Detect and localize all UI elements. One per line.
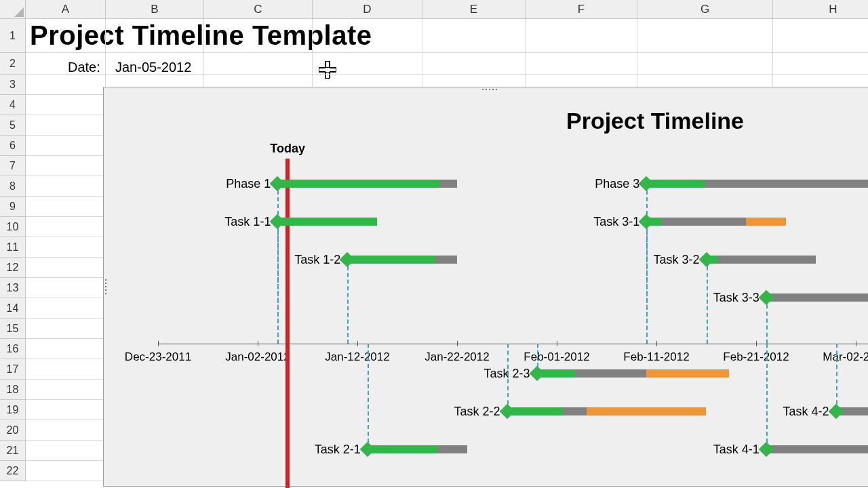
task-bar-progress [368,445,437,453]
date-label: Date: [68,60,100,75]
select-all-corner[interactable] [0,0,26,19]
task-bar-progress [347,256,435,264]
chart-resize-handle-top[interactable] [469,87,510,92]
task-label: Task 2-3 [484,367,537,381]
row-header-18[interactable]: 18 [0,380,26,400]
task-label: Task 4-2 [783,405,836,419]
row-header-13[interactable]: 13 [0,278,26,298]
task-bar-progress [277,180,439,188]
row-header-10[interactable]: 10 [0,217,26,237]
cell-cursor-icon [319,61,336,79]
col-header-D[interactable]: D [313,0,422,19]
chart-object[interactable]: Project Timeline Dec-23-2011Jan-02-2012J… [103,87,868,487]
svg-marker-0 [14,7,24,17]
row-header-19[interactable]: 19 [0,400,26,420]
row-header-9[interactable]: 9 [0,197,26,217]
task-label: Task 1-2 [294,253,347,267]
chart-title: Project Timeline [566,108,744,134]
x-tick-label: Jan-12-2012 [325,350,389,364]
row-header-17[interactable]: 17 [0,359,26,380]
row-header-4[interactable]: 4 [0,95,26,115]
col-header-C[interactable]: C [204,0,313,19]
x-tick-label: Feb-01-2012 [524,350,589,364]
x-tick-label: Jan-22-2012 [425,350,489,364]
row-header-col: 12345678910111213141516171819202122 [0,19,26,481]
task-label: Task 3-1 [593,215,646,229]
row-header-5[interactable]: 5 [0,115,26,136]
row-header-11[interactable]: 11 [0,237,26,258]
task-label: Phase 3 [595,177,646,191]
task-bar-progress [277,218,377,226]
chart-plot-area: Dec-23-2011Jan-02-2012Jan-12-2012Jan-22-… [104,135,868,486]
task-label: Task 2-2 [454,405,507,419]
today-marker-line [285,159,290,488]
today-label: Today [270,142,305,156]
row-header-1[interactable]: 1 [0,19,26,53]
task-bar-overrun [587,407,706,415]
col-header-B[interactable]: B [106,0,204,19]
row-header-20[interactable]: 20 [0,420,26,441]
svg-rect-3 [326,68,330,72]
x-tick-label: Feb-21-2012 [723,350,789,364]
row-header-15[interactable]: 15 [0,319,26,339]
task-bar-progress [507,407,563,415]
task-bar [707,256,816,264]
date-value: Jan-05-2012 [115,60,191,75]
task-bar [766,293,868,302]
row-header-3[interactable]: 3 [0,75,26,95]
x-tick-label: Jan-02-2012 [225,350,290,364]
column-header-row: ABCDEFGH [0,0,868,19]
x-axis [158,344,868,344]
row-header-12[interactable]: 12 [0,258,26,278]
row-header-16[interactable]: 16 [0,339,26,359]
x-tick-label: Dec-23-2011 [125,350,191,364]
task-bar [766,445,868,453]
task-label: Task 4-1 [713,443,766,457]
col-header-G[interactable]: G [637,0,773,19]
x-tick-label: Mar-02-2012 [823,350,868,364]
task-label: Task 2-1 [315,443,368,457]
row-header-14[interactable]: 14 [0,298,26,319]
task-label: Task 3-2 [653,253,706,267]
x-tick-label: Feb-11-2012 [623,350,689,364]
task-label: Task 3-3 [713,291,766,305]
col-header-E[interactable]: E [422,0,526,19]
task-bar-overrun [646,369,728,378]
page-title: Project Timeline Template [30,20,372,51]
row-header-2[interactable]: 2 [0,53,26,75]
task-label: Phase 1 [226,177,277,191]
col-header-A[interactable]: A [26,0,106,19]
row-header-6[interactable]: 6 [0,136,26,156]
task-label: Task 1-1 [224,215,277,229]
col-header-H[interactable]: H [773,0,868,19]
row-header-8[interactable]: 8 [0,176,26,197]
row-header-7[interactable]: 7 [0,156,26,176]
row-header-21[interactable]: 21 [0,441,26,461]
task-bar [646,218,746,226]
task-bar-overrun [746,218,786,226]
row-header-22[interactable]: 22 [0,461,26,481]
col-header-F[interactable]: F [526,0,637,19]
task-bar-progress [646,180,704,188]
